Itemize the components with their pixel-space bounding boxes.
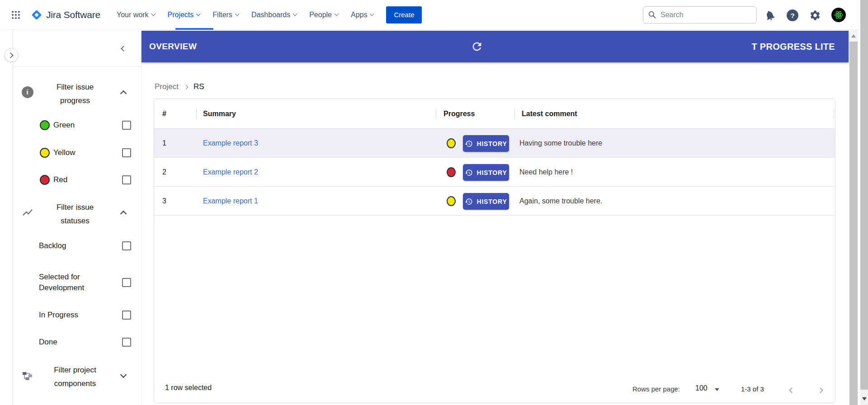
nav-item-apps[interactable]: Apps xyxy=(351,11,373,19)
filter-item-yellow: Yellow xyxy=(13,146,142,160)
section-title-issue-progress: Filter issue progress xyxy=(46,80,104,108)
section-collapse-issue-progress[interactable] xyxy=(118,87,129,98)
app-name: T PROGRESS LITE xyxy=(751,42,835,52)
chevron-down-icon xyxy=(120,372,127,378)
window-scrollbar-thumb[interactable] xyxy=(860,0,868,390)
chevron-right-icon xyxy=(8,52,14,58)
row-number: 1 xyxy=(162,129,166,158)
refresh-button[interactable] xyxy=(471,40,483,53)
chevron-left-icon xyxy=(789,387,795,393)
create-button[interactable]: Create xyxy=(386,6,422,24)
gear-icon xyxy=(809,9,821,21)
chevron-right-icon xyxy=(184,85,188,89)
column-divider[interactable] xyxy=(834,109,834,119)
chevron-left-icon xyxy=(121,46,127,52)
chevron-down-icon xyxy=(196,12,201,16)
search-icon xyxy=(648,10,656,19)
column-divider[interactable] xyxy=(514,109,515,119)
section-expand-project-components[interactable] xyxy=(118,370,129,381)
filter-sidebar: i Filter issue progress Green Yellow Red… xyxy=(13,30,142,405)
nav-item-your-work[interactable]: Your work xyxy=(117,11,155,19)
refresh-icon xyxy=(471,40,483,53)
info-icon: i xyxy=(21,86,33,98)
chevron-right-icon xyxy=(817,387,823,393)
latest-comment: Again, some trouble here. xyxy=(519,187,602,216)
jira-logo-icon[interactable] xyxy=(30,8,43,22)
table-row[interactable]: 1 Example report 3 HISTORY Having some t… xyxy=(154,129,835,158)
chevron-down-icon xyxy=(335,12,339,16)
filter-item-backlog: Backlog xyxy=(13,239,142,253)
history-icon xyxy=(465,140,473,148)
checkbox-yellow[interactable] xyxy=(122,148,131,157)
checkbox-in-progress[interactable] xyxy=(122,311,131,320)
checkbox-backlog[interactable] xyxy=(122,241,131,250)
checkbox-red[interactable] xyxy=(122,175,131,184)
filter-item-green: Green xyxy=(13,118,142,132)
nav-item-dashboards[interactable]: Dashboards xyxy=(251,11,297,19)
column-header-progress: Progress xyxy=(443,99,475,129)
previous-page-button[interactable] xyxy=(785,384,797,396)
report-link[interactable]: Example report 3 xyxy=(203,139,258,147)
global-search xyxy=(643,6,757,24)
row-number: 3 xyxy=(162,187,166,216)
app-header-bar: OVERVIEW T PROGRESS LITE xyxy=(142,31,849,62)
report-link[interactable]: Example report 1 xyxy=(203,197,258,205)
checkbox-green[interactable] xyxy=(122,121,131,130)
column-header-num: # xyxy=(162,99,166,129)
chevron-down-icon xyxy=(370,12,374,16)
bell-icon xyxy=(763,8,778,23)
nav-item-projects[interactable]: Projects xyxy=(168,11,200,19)
selection-status: 1 row selected xyxy=(165,384,212,392)
breadcrumb-project[interactable]: Project xyxy=(155,82,179,91)
section-title-issue-statuses: Filter issue statuses xyxy=(46,201,104,228)
nav-item-people[interactable]: People xyxy=(309,11,338,19)
table-header: # Summary Progress Latest comment xyxy=(154,99,835,129)
history-button[interactable]: HISTORY xyxy=(463,135,509,152)
latest-comment: Need help here ! xyxy=(519,158,573,187)
app-switcher-icon[interactable] xyxy=(11,10,21,20)
help-icon: ? xyxy=(787,9,798,21)
checkbox-selected-for-development[interactable] xyxy=(122,278,131,287)
scroll-down-arrow-icon[interactable] xyxy=(862,397,867,400)
help-button[interactable]: ? xyxy=(786,9,799,22)
sidebar-expand-button[interactable] xyxy=(5,48,18,62)
report-link[interactable]: Example report 2 xyxy=(203,168,258,176)
rows-per-page-label: Rows per page: xyxy=(632,385,680,393)
caret-down-icon[interactable] xyxy=(715,388,719,391)
table-row[interactable]: 3 Example report 1 HISTORY Again, some t… xyxy=(154,187,835,216)
jira-page: Jira Software Your work Projects Filters… xyxy=(0,0,868,405)
nav-item-filters[interactable]: Filters xyxy=(212,11,239,19)
chevron-down-icon xyxy=(151,12,156,16)
history-icon xyxy=(465,169,473,177)
chevron-down-icon xyxy=(293,12,297,16)
filter-item-done: Done xyxy=(13,335,142,349)
chevron-up-icon xyxy=(120,210,127,217)
filter-item-in-progress: In Progress xyxy=(13,308,142,322)
section-title-project-components: Filter project components xyxy=(46,363,104,391)
settings-button[interactable] xyxy=(809,9,821,22)
history-button[interactable]: HISTORY xyxy=(463,164,509,181)
next-page-button[interactable] xyxy=(815,384,827,396)
yellow-status-dot xyxy=(40,148,50,158)
content-scrollbar-thumb[interactable] xyxy=(849,42,858,405)
brand-title[interactable]: Jira Software xyxy=(46,9,100,20)
breadcrumb: Project RS xyxy=(155,80,204,93)
checkbox-done[interactable] xyxy=(122,338,131,347)
notifications-button[interactable] xyxy=(764,9,776,22)
history-button[interactable]: HISTORY xyxy=(463,193,509,210)
search-input[interactable] xyxy=(643,6,757,24)
reports-table-card: # Summary Progress Latest comment 1 Exam… xyxy=(154,99,835,403)
column-divider[interactable] xyxy=(436,109,436,119)
page-title: OVERVIEW xyxy=(149,42,197,52)
filter-item-red: Red xyxy=(13,173,142,187)
user-avatar[interactable] xyxy=(831,8,846,22)
scroll-up-arrow-icon[interactable] xyxy=(851,34,856,38)
progress-dot xyxy=(447,167,456,177)
rows-per-page-select[interactable]: 100 xyxy=(695,384,708,392)
table-row[interactable]: 2 Example report 2 HISTORY Need help her… xyxy=(154,158,835,187)
column-divider[interactable] xyxy=(196,109,197,119)
progress-dot xyxy=(447,138,456,148)
column-header-summary: Summary xyxy=(203,99,236,129)
section-collapse-issue-statuses[interactable] xyxy=(118,207,129,218)
sidebar-collapse-button[interactable] xyxy=(118,43,128,54)
